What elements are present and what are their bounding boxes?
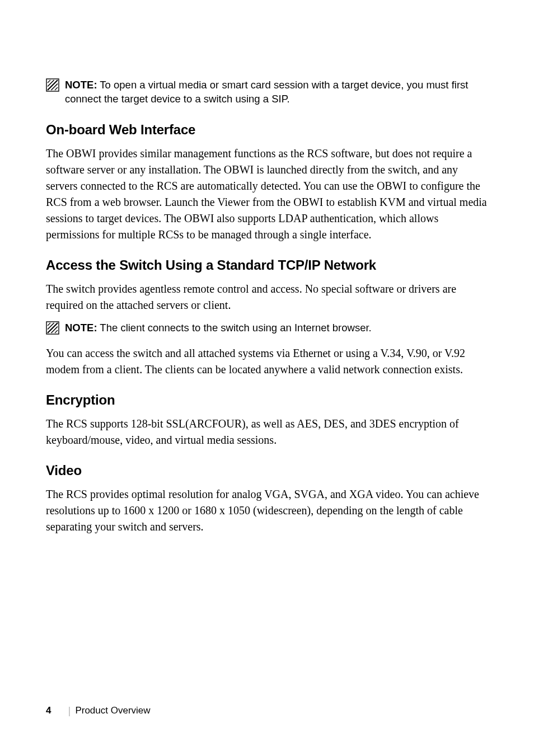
note-icon (46, 78, 59, 92)
document-page: NOTE: To open a virtual media or smart c… (0, 0, 534, 756)
heading-onboard-web-interface: On-board Web Interface (46, 122, 488, 138)
svg-line-4 (48, 80, 50, 83)
note-body: The client connects to the switch using … (97, 322, 372, 334)
heading-video: Video (46, 463, 488, 478)
note-callout: NOTE: The client connects to the switch … (46, 321, 488, 335)
page-number: 4 (46, 705, 51, 716)
heading-encryption: Encryption (46, 392, 488, 408)
footer-divider: | (68, 705, 71, 717)
note-label: NOTE: (65, 322, 97, 334)
note-label: NOTE: (65, 79, 97, 91)
note-text: NOTE: The client connects to the switch … (65, 321, 372, 335)
svg-line-11 (55, 330, 58, 333)
body-onboard-web-interface: The OBWI provides similar management fun… (46, 145, 488, 243)
body-access-switch-1: The switch provides agentless remote con… (46, 281, 488, 313)
note-text: NOTE: To open a virtual media or smart c… (65, 78, 488, 106)
page-footer: 4 | Product Overview (46, 705, 151, 717)
footer-section-title: Product Overview (75, 705, 150, 716)
body-encryption: The RCS supports 128-bit SSL(ARCFOUR), a… (46, 416, 488, 448)
note-callout: NOTE: To open a virtual media or smart c… (46, 78, 488, 106)
note-body: To open a virtual media or smart card se… (65, 79, 468, 105)
svg-line-10 (48, 323, 50, 326)
body-access-switch-2: You can access the switch and all attach… (46, 345, 488, 378)
body-video: The RCS provides optimal resolution for … (46, 486, 488, 535)
heading-access-switch: Access the Switch Using a Standard TCP/I… (46, 257, 488, 273)
note-icon (46, 321, 59, 335)
svg-line-5 (55, 87, 58, 90)
